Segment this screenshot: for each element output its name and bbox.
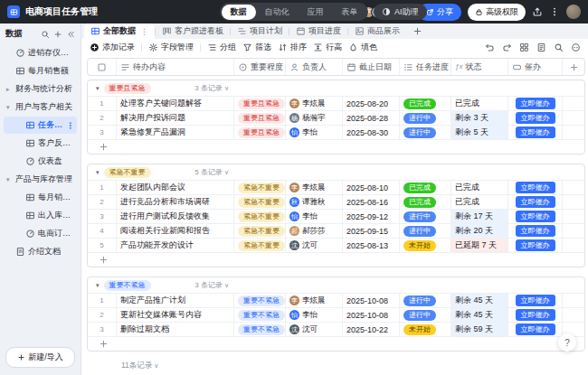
progress-cell[interactable]: 已完成 bbox=[400, 97, 451, 110]
due-date-cell[interactable]: 2025-10-08 bbox=[343, 294, 400, 307]
priority-cell[interactable]: 重要且紧急 bbox=[234, 97, 286, 110]
task-cell[interactable]: 发起团队内部会议 bbox=[117, 181, 234, 194]
column-header-4[interactable]: 任务进度 bbox=[400, 59, 451, 75]
progress-cell[interactable]: 进行中 bbox=[400, 224, 451, 238]
sidebar-item-10[interactable]: 电商订单分析 bbox=[4, 225, 77, 242]
owner-cell[interactable]: 怡李怡 bbox=[286, 308, 343, 322]
task-cell[interactable]: 产品功能开发的设计 bbox=[117, 239, 234, 252]
collapse-sidebar-icon[interactable] bbox=[66, 30, 75, 39]
owner-cell[interactable]: 怡李怡 bbox=[286, 126, 343, 139]
column-header-1[interactable]: 重要程度 bbox=[234, 59, 286, 75]
progress-cell[interactable]: 进行中 bbox=[400, 111, 451, 125]
column-header-0[interactable]: 待办内容 bbox=[117, 59, 234, 75]
task-cell[interactable]: 进行用户测试和反馈收集 bbox=[117, 210, 234, 223]
chevron-down-icon[interactable]: ▾ bbox=[96, 85, 100, 92]
due-date-cell[interactable]: 2025-09-12 bbox=[343, 210, 400, 223]
chevron-right-icon[interactable]: ▸ bbox=[6, 86, 13, 93]
progress-cell[interactable]: 已完成 bbox=[400, 181, 451, 194]
owner-cell[interactable]: 秋谭雅秋 bbox=[286, 195, 343, 209]
owner-cell[interactable]: 怡李怡 bbox=[286, 210, 343, 223]
progress-cell[interactable]: 进行中 bbox=[400, 308, 451, 322]
toolbar-button-sort[interactable]: 排序 bbox=[278, 42, 307, 53]
remind-button[interactable]: 立即催办 bbox=[516, 112, 555, 124]
sidebar-item-5[interactable]: 客户反馈表 bbox=[4, 135, 77, 152]
mode-tab-0[interactable]: 数据 bbox=[222, 5, 256, 20]
help-button[interactable]: ? bbox=[558, 333, 576, 352]
form-icon[interactable] bbox=[536, 42, 546, 52]
ai-assistant-button[interactable]: AI助理 bbox=[374, 4, 427, 20]
task-cell[interactable]: 制定产品推广计划 bbox=[117, 294, 234, 307]
owner-cell[interactable]: 杨杨瀚宇 bbox=[286, 111, 343, 125]
task-cell[interactable]: 处理客户关键问题解答 bbox=[117, 97, 234, 110]
toolbar-button-paint[interactable]: 填色 bbox=[348, 42, 377, 53]
more-icon[interactable]: ⋮ bbox=[66, 121, 74, 130]
view-tab-2[interactable]: 项目计划 bbox=[231, 23, 289, 39]
owner-cell[interactable]: 李李炫晨 bbox=[286, 97, 343, 110]
add-record-row[interactable] bbox=[88, 140, 584, 154]
chevron-down-icon[interactable]: ▾ bbox=[96, 169, 100, 176]
progress-cell[interactable]: 未开始 bbox=[400, 323, 451, 336]
search-icon[interactable] bbox=[554, 42, 564, 52]
remind-button[interactable]: 立即催办 bbox=[516, 323, 555, 335]
search-icon[interactable] bbox=[41, 30, 50, 39]
progress-cell[interactable]: 进行中 bbox=[400, 126, 451, 139]
owner-cell[interactable]: 郝郝莎莎 bbox=[286, 224, 343, 238]
view-tab-1[interactable]: 客户跟进看板 bbox=[156, 23, 230, 39]
remind-button[interactable]: 立即催办 bbox=[516, 239, 555, 251]
remind-button[interactable]: 立即催办 bbox=[516, 211, 555, 222]
priority-cell[interactable]: 紧急不重要 bbox=[234, 181, 286, 194]
progress-cell[interactable]: 进行中 bbox=[400, 210, 451, 223]
due-date-cell[interactable]: 2025-08-16 bbox=[343, 195, 400, 209]
sidebar-item-1[interactable]: 每月销售额 bbox=[4, 62, 77, 80]
add-icon[interactable] bbox=[53, 30, 62, 39]
more-icon[interactable]: ⋮ bbox=[140, 27, 148, 36]
add-field-button[interactable] bbox=[563, 59, 584, 75]
priority-cell[interactable]: 重要不紧急 bbox=[234, 294, 286, 307]
view-tab-3[interactable]: 项目进度 bbox=[289, 23, 347, 39]
toolbar-button-group[interactable]: 分组 bbox=[207, 42, 236, 53]
due-date-cell[interactable]: 2025-08-13 bbox=[343, 239, 400, 252]
owner-cell[interactable]: 沈沈可 bbox=[286, 239, 343, 252]
remind-button[interactable]: 立即催办 bbox=[516, 196, 555, 208]
sidebar-item-3[interactable]: ▾用户与客户相关 bbox=[4, 98, 77, 116]
toolbar-button-add-record[interactable]: 添加记录 bbox=[90, 42, 135, 53]
column-header-6[interactable]: 催办 bbox=[508, 59, 563, 75]
redo-icon[interactable] bbox=[502, 42, 512, 52]
advanced-permission-button[interactable]: 高级权限 bbox=[468, 4, 526, 21]
priority-cell[interactable]: 重要且紧急 bbox=[234, 111, 286, 125]
priority-cell[interactable]: 紧急不重要 bbox=[234, 239, 286, 252]
more-menu-icon[interactable] bbox=[549, 6, 560, 17]
assistant-icon[interactable] bbox=[571, 42, 581, 52]
sidebar-item-11[interactable]: 介绍文档 bbox=[4, 243, 77, 260]
task-cell[interactable]: 更新社交媒体账号内容 bbox=[117, 308, 234, 322]
add-record-row[interactable] bbox=[88, 253, 584, 267]
owner-cell[interactable]: 沈沈可 bbox=[286, 323, 343, 336]
sidebar-item-6[interactable]: 仪表盘 bbox=[4, 153, 77, 170]
owner-cell[interactable]: 李李炫晨 bbox=[286, 181, 343, 194]
due-date-cell[interactable]: 2025-10-08 bbox=[343, 308, 400, 322]
sidebar-item-4[interactable]: 任务管理表⋮ bbox=[4, 117, 77, 134]
due-date-cell[interactable]: 2025-09-15 bbox=[343, 224, 400, 238]
view-tab-0[interactable]: 全部数据⋮ bbox=[84, 23, 155, 39]
sidebar-item-2[interactable]: ▸财务与统计分析 bbox=[4, 80, 77, 98]
toolbar-button-filter[interactable]: 筛选 bbox=[242, 42, 271, 53]
due-date-cell[interactable]: 2025-08-20 bbox=[343, 97, 400, 110]
view-tab-4[interactable]: 商品展示 bbox=[348, 23, 406, 39]
chevron-down-icon[interactable]: ▾ bbox=[96, 282, 100, 289]
record-count[interactable]: 11条记录∨ bbox=[121, 361, 158, 371]
mode-tab-2[interactable]: 应用 bbox=[299, 5, 333, 20]
task-cell[interactable]: 进行竞品分析和市场调研 bbox=[117, 195, 234, 209]
widget-icon[interactable] bbox=[519, 42, 529, 52]
group-record-count[interactable]: 5 条记录∨ bbox=[194, 167, 229, 177]
due-date-cell[interactable]: 2025-10-22 bbox=[343, 323, 400, 336]
task-cell[interactable]: 解决用户投诉问题 bbox=[117, 111, 234, 125]
priority-cell[interactable]: 紧急不重要 bbox=[234, 224, 286, 238]
group-record-count[interactable]: 3 条记录∨ bbox=[194, 83, 229, 93]
priority-cell[interactable]: 紧急不重要 bbox=[234, 210, 286, 223]
priority-cell[interactable]: 重要不紧急 bbox=[234, 308, 286, 322]
select-all-checkbox[interactable] bbox=[88, 59, 117, 75]
mode-tab-1[interactable]: 自动化 bbox=[256, 5, 299, 20]
group-record-count[interactable]: 3 条记录∨ bbox=[194, 280, 229, 290]
priority-cell[interactable]: 重要且紧急 bbox=[234, 126, 286, 139]
chevron-down-icon[interactable]: ▾ bbox=[6, 176, 13, 183]
